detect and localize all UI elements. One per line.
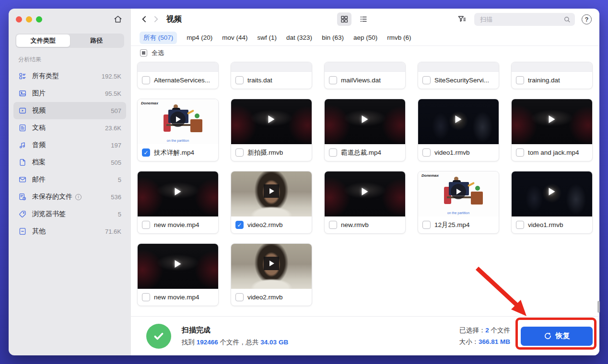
filter-tab[interactable]: swf (1) <box>257 34 277 41</box>
file-card[interactable]: new movie.mp4 <box>137 243 219 306</box>
sidebar-item[interactable]: 浏览器书签5 <box>13 205 126 223</box>
file-card[interactable]: AlternateServices... <box>137 62 219 89</box>
file-checkbox[interactable] <box>516 221 524 229</box>
filter-tab[interactable]: mp4 (20) <box>187 34 212 41</box>
video-icon <box>18 106 27 115</box>
forward-icon[interactable] <box>150 13 162 25</box>
filter-icon[interactable] <box>456 13 468 25</box>
zoom-window-button[interactable] <box>36 16 42 23</box>
recover-button[interactable]: 恢复 <box>521 327 593 346</box>
titlebar <box>9 9 131 30</box>
search-input[interactable] <box>474 13 575 26</box>
select-all-checkbox[interactable] <box>140 49 147 57</box>
file-card[interactable]: new movie.mp4 <box>137 171 219 234</box>
sidebar-item[interactable]: 所有类型192.5K <box>13 68 126 85</box>
file-checkbox[interactable] <box>516 148 524 157</box>
file-name: new movie.mp4 <box>154 294 199 301</box>
filter-tab[interactable]: mov (44) <box>222 34 247 41</box>
file-card[interactable]: tom and jack.mp4 <box>511 99 593 161</box>
file-name: video1.rmvb <box>528 221 563 228</box>
file-checkbox[interactable] <box>516 76 524 84</box>
main-header: 视频 ? <box>131 9 599 30</box>
file-checkbox[interactable] <box>142 148 150 157</box>
file-thumbnail <box>231 244 312 289</box>
file-checkbox[interactable] <box>235 148 244 157</box>
file-thumbnail: Donemaxon the partition <box>418 171 499 216</box>
sidebar-item[interactable]: 邮件5 <box>13 171 126 188</box>
file-card[interactable]: Donemaxon the partition技术详解.mp4 <box>137 99 219 161</box>
file-card[interactable]: 新拍摄.rmvb <box>231 99 312 161</box>
file-checkbox[interactable] <box>329 76 337 84</box>
filter-tab[interactable]: aep (50) <box>353 34 377 41</box>
bookmark-tag-icon <box>18 210 27 218</box>
file-card[interactable]: traits.dat <box>231 62 312 89</box>
play-icon <box>456 115 462 123</box>
file-card[interactable]: training.dat <box>511 62 593 89</box>
file-card[interactable]: video1.rmvb <box>511 171 593 234</box>
file-checkbox[interactable] <box>422 221 431 229</box>
file-checkbox[interactable] <box>329 148 337 157</box>
mail-icon <box>18 175 27 184</box>
file-name-row: mailViews.dat <box>325 72 405 89</box>
file-name-row: 新拍摄.rmvb <box>231 144 312 161</box>
file-card[interactable]: SiteSecurityServi... <box>418 62 499 89</box>
file-name-row: video2.rmvb <box>231 289 312 306</box>
sidebar-item[interactable]: 未保存的文件i536 <box>13 188 126 205</box>
sidebar-nav: 所有类型192.5K图片95.5K视频507文稿23.6K音频197档案505邮… <box>9 68 131 240</box>
sidebar: 文件类型路径 分析结果 所有类型192.5K图片95.5K视频507文稿23.6… <box>9 9 131 355</box>
close-window-button[interactable] <box>16 16 22 23</box>
filter-tab[interactable]: rmvb (6) <box>387 34 411 41</box>
file-checkbox[interactable] <box>422 76 431 84</box>
list-view-icon[interactable] <box>356 12 371 26</box>
file-card[interactable]: Donemaxon the partition12月25.mp4 <box>418 171 499 234</box>
audio-icon <box>18 141 27 149</box>
back-icon[interactable] <box>139 13 150 25</box>
sidebar-item[interactable]: 文稿23.6K <box>13 119 126 136</box>
all-types-icon <box>18 72 27 80</box>
filter-tab[interactable]: 所有 (507) <box>140 32 177 44</box>
file-grid: AlternateServices...traits.datmailViews.… <box>131 60 599 316</box>
sidebar-item[interactable]: 视频507 <box>13 102 126 119</box>
scrollbar-thumb[interactable] <box>597 301 600 313</box>
sidebar-item[interactable]: 档案505 <box>13 154 126 171</box>
file-name: mailViews.dat <box>341 77 381 84</box>
file-checkbox[interactable] <box>142 76 150 84</box>
file-card[interactable]: 霸道总裁.mp4 <box>324 99 406 161</box>
file-card[interactable]: mailViews.dat <box>324 62 406 89</box>
file-checkbox[interactable] <box>142 221 150 229</box>
file-checkbox[interactable] <box>235 76 244 84</box>
filter-tab[interactable]: dat (323) <box>286 34 312 41</box>
file-card[interactable]: video2.rmvb <box>231 171 312 234</box>
file-name-row: tom and jack.mp4 <box>512 144 592 161</box>
file-thumbnail <box>138 62 218 72</box>
sidebar-tab-0[interactable]: 文件类型 <box>16 34 70 47</box>
sidebar-item[interactable]: 音频197 <box>13 136 126 154</box>
main-panel: 视频 ? <box>131 9 599 355</box>
file-name: traits.dat <box>247 77 272 84</box>
file-card[interactable]: video1.rmvb <box>418 99 499 161</box>
promo-caption: on the partition <box>418 211 499 215</box>
file-card[interactable]: video2.rmvb <box>231 243 312 306</box>
sidebar-item[interactable]: 图片95.5K <box>13 85 126 102</box>
help-icon[interactable]: ? <box>582 14 592 24</box>
filter-tab[interactable]: bin (63) <box>322 34 344 41</box>
file-thumbnail <box>325 171 405 216</box>
file-checkbox[interactable] <box>142 293 150 301</box>
file-name-row: 技术详解.mp4 <box>138 144 218 161</box>
file-card[interactable]: new.rmvb <box>324 171 406 234</box>
play-icon <box>175 188 181 195</box>
home-icon[interactable] <box>112 13 124 25</box>
grid-row: new movie.mp4video2.rmvbnew.rmvbDonemaxo… <box>137 171 593 234</box>
file-checkbox[interactable] <box>235 293 244 301</box>
grid-view-icon[interactable] <box>337 12 351 26</box>
view-toggles <box>337 12 371 26</box>
analysis-result-label: 分析结果 <box>18 56 121 64</box>
minimize-window-button[interactable] <box>26 16 32 23</box>
sidebar-item[interactable]: 其他71.6K <box>13 223 126 240</box>
file-checkbox[interactable] <box>329 221 337 229</box>
file-checkbox[interactable] <box>422 148 431 157</box>
play-icon <box>362 115 368 123</box>
file-name: SiteSecurityServi... <box>434 77 489 84</box>
sidebar-tab-1[interactable]: 路径 <box>70 34 124 47</box>
file-checkbox[interactable] <box>235 221 244 229</box>
